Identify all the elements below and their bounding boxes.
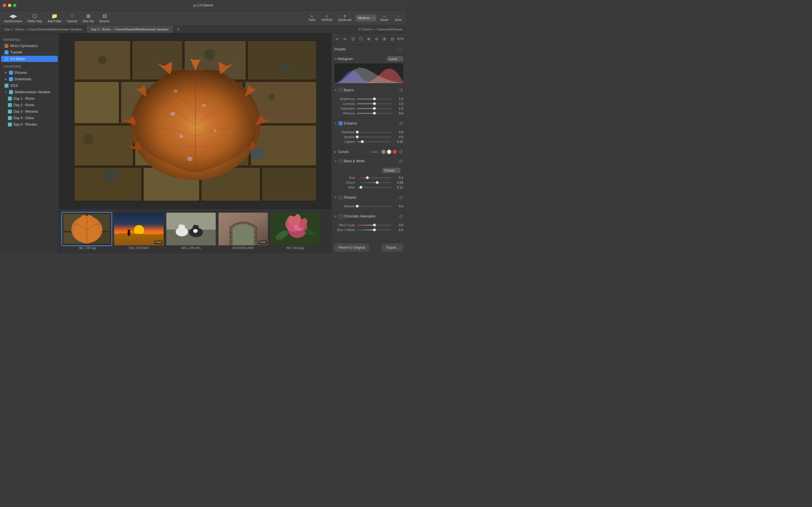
new-tab-button[interactable]: ⊞ New Tab [81,12,96,24]
sharpen-header[interactable]: ▼ Sharpen ↺ [332,193,406,202]
close-button[interactable] [3,4,6,7]
sidebar-item-2018[interactable]: 2018 [1,82,58,89]
contrast-value: 1.0 [393,102,403,105]
thumbnail-size-select[interactable]: Small Medium Large [356,15,376,21]
sidebar-item-miras-gymnastics[interactable]: Mira's Gymnastics [1,43,58,49]
info-edit-button[interactable]: ℹ Info/Edit [319,13,335,22]
presets-options-button[interactable]: ⋯ [398,47,403,52]
zoom-100-button[interactable]: ⊟ [389,35,396,43]
curves-red-button[interactable] [393,150,397,154]
tasks-button[interactable]: ⊙ Tasks [306,13,318,22]
add-folder-button[interactable]: 📁 Add Folder [45,12,64,24]
basics-toggle[interactable] [339,88,343,92]
sidebar-item-day2-rome[interactable]: Day 2 - Rome [4,102,58,108]
ca-body: Red / Cyan: 0.0 Blue / Yellow: [332,221,406,235]
brightness-row: Brightness: 1.0 [335,97,403,101]
lighten-label: Lighten: [335,140,356,144]
presets-bar: Presets ⋯ [332,45,406,54]
ca-toggle[interactable] [339,214,343,218]
basics-title: Basics [344,88,397,92]
brightness-value: 1.0 [393,97,403,101]
sharpen-toggle[interactable] [339,195,343,200]
saturation-slider[interactable] [357,108,391,109]
back-forward-button[interactable]: ◀▶ Back/Forward [2,12,24,24]
quicklook-button[interactable]: 👁 QuickLook [336,13,354,22]
enhance-header[interactable]: ▼ Enhance ↺ [332,119,406,128]
tab-day1[interactable]: Day 1 - Rome — /Users/Shared/Mediterrane… [0,25,87,33]
sidebar-item-downloads[interactable]: ▶ Downloads [1,76,58,82]
sidebar-item-2demo[interactable]: 2.0 Demo [1,56,58,62]
black-white-header[interactable]: ▼ Black & White ↺ [332,157,406,166]
sidebar-item-transfer[interactable]: Transfer [1,49,58,55]
lighten-slider[interactable] [357,142,391,142]
viewer-button[interactable]: ▭ Viewer [378,13,391,22]
ca-reset-button[interactable]: ↺ [398,214,403,219]
curves-rgb-button[interactable] [387,150,391,154]
definition-label: Definition: [335,130,356,134]
rotate-left-button[interactable]: ↩ [334,35,341,43]
favorite-label: Favorite [67,20,77,23]
histogram-mode-select[interactable]: Luma RGB Red Green Blue [387,56,403,61]
thumbnail-item-4[interactable]: IMG_9132.jpg [271,213,320,249]
thumbnail-badge-3: RAW [259,240,267,244]
ca-red-cyan-row: Red / Cyan: 0.0 [335,223,403,227]
deepen-slider[interactable] [357,136,391,137]
flip-button[interactable]: ⇔ [342,35,349,43]
sidebar-item-mediterranean-vacation[interactable]: ▼ Mediterranean Vacation [1,89,58,95]
minimize-button[interactable] [8,4,11,7]
contrast-slider[interactable] [357,103,391,104]
sidebar-item-day4-delos[interactable]: Day 4 - Delos [4,115,58,121]
favorite-button[interactable]: ♡ Favorite [65,12,80,24]
thumbnail-item-0[interactable]: _MG_7187.jpg [62,213,111,249]
raws-only-button[interactable]: ⬡ RAWs Only [26,12,44,24]
folder-icon [9,77,13,81]
ca-red-cyan-value: 0.0 [393,223,403,227]
sidebar-item-day3-messina[interactable]: Day 3 - Messina [4,108,58,115]
vibrancy-slider[interactable] [357,113,391,114]
browser-button[interactable]: ⊟ Browser [97,12,112,24]
bw-blue-slider[interactable] [357,187,391,188]
amount-slider[interactable] [357,206,391,207]
enhance-reset-button[interactable]: ↺ [398,121,403,126]
thumbnail-strip: _MG_7187.jpg [59,209,331,253]
zoom-in-button[interactable]: ⊕ [365,35,372,43]
thumbnail-item-3[interactable]: RAW DSC01052.ARW [218,213,268,249]
bw-presets-select[interactable]: Presets [382,168,400,173]
bw-green-slider[interactable] [357,182,391,183]
fit-button[interactable]: ⊞ [381,35,388,43]
contrast-label: Contrast: [335,102,356,105]
ca-blue-yellow-slider[interactable] [357,230,391,230]
crop-button[interactable]: ⊡ [350,35,356,43]
ca-red-cyan-slider[interactable] [357,225,391,226]
bw-toggle[interactable] [339,159,343,163]
sharpen-reset-button[interactable]: ↺ [398,195,403,200]
sidebar-item-day5-rhodes[interactable]: Day 5 - Rhodes [4,121,58,128]
histogram-chevron[interactable]: ▼ [335,57,337,60]
brightness-slider[interactable] [357,99,391,100]
export-button[interactable]: Export... [382,244,403,251]
ca-header[interactable]: ▼ Chromatic Aberration ↺ [332,212,406,221]
bw-reset-button[interactable]: ↺ [398,159,403,164]
thumbnail-item-2[interactable]: IMG_1099.JPG [166,213,216,249]
new-tab-plus-button[interactable]: + [173,25,183,33]
image-viewer[interactable] [59,33,331,209]
enhance-toggle[interactable] [339,121,343,125]
definition-slider[interactable] [357,132,391,133]
info-button[interactable]: ⓘ [357,35,364,43]
basics-reset-button[interactable]: ↺ [398,88,403,93]
curves-reset-button[interactable]: ↺ [398,149,403,154]
curves-header[interactable]: ▶ Curves Auto: ↺ [332,147,406,156]
thumbnail-item-1[interactable]: RAW DSC_0322.NEF [114,213,163,249]
tab-day2[interactable]: Day 2 - Rome — /Users/Shared/Mediterrane… [87,25,173,33]
bw-red-slider[interactable] [357,177,391,178]
new-tab-label: New Tab [83,20,94,23]
sharpen-section: ▼ Sharpen ↺ Amount: 0.0 [332,193,406,212]
zoom-out-button[interactable]: ⊖ [373,35,380,43]
revert-to-original-button[interactable]: Revert to Original [335,244,369,251]
maximize-button[interactable] [13,4,16,7]
basics-header[interactable]: ▼ Basics ↺ [332,86,406,95]
sidebar-item-pictures[interactable]: ▶ Pictures [1,69,58,76]
done-button[interactable]: ✓ Done [393,13,404,22]
sidebar-item-day1-rome[interactable]: Day 1 - Rome [4,96,58,102]
curves-luma-button[interactable] [381,150,386,154]
